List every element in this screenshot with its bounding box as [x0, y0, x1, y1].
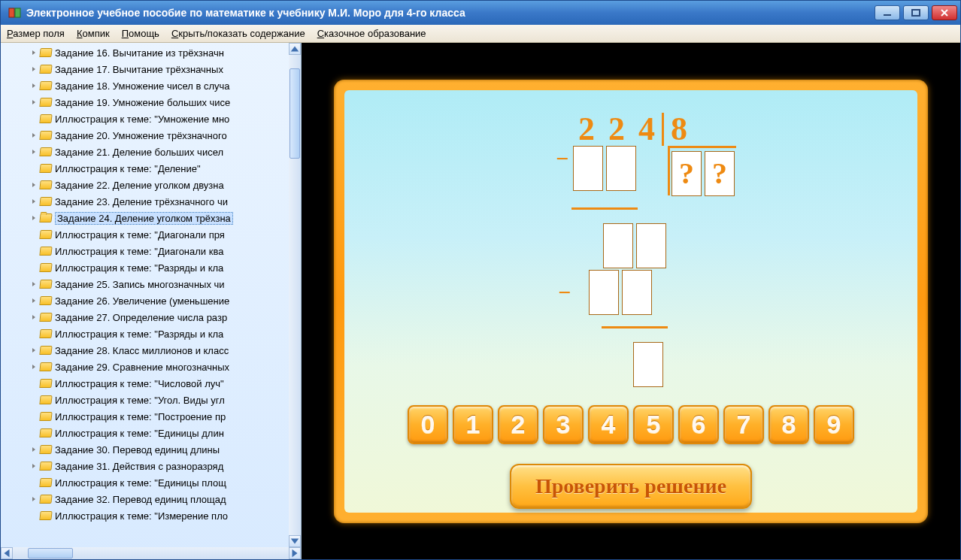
folder-icon — [39, 65, 52, 74]
numpad-8[interactable]: 8 — [768, 405, 809, 444]
menu-fairy-edu[interactable]: Сказочное образование — [317, 28, 426, 39]
tree-item[interactable]: Иллюстрация к теме: "Единицы длин — [23, 425, 301, 441]
numpad-9[interactable]: 9 — [814, 405, 854, 444]
scroll-down-button[interactable] — [289, 535, 301, 547]
tree-expand-arrow[interactable] — [29, 346, 38, 355]
tree-expand-arrow — [29, 164, 38, 173]
tree-item-label: Задание 18. Умножение чисел в случа — [55, 80, 230, 92]
numpad-6[interactable]: 6 — [678, 405, 719, 444]
tree-item[interactable]: Иллюстрация к теме: "Угол. Виды угл — [23, 392, 301, 408]
tree-vscrollbar[interactable] — [289, 43, 301, 547]
final-remainder-box[interactable] — [633, 342, 663, 387]
scroll-up-button[interactable] — [289, 43, 301, 55]
numpad-7[interactable]: 7 — [723, 405, 764, 444]
close-button[interactable] — [932, 5, 957, 20]
tree-item-label: Задание 16. Вычитание из трёхзначн — [55, 47, 224, 59]
numpad-0[interactable]: 0 — [408, 405, 448, 444]
tree-expand-arrow[interactable] — [29, 197, 38, 206]
tree-expand-arrow[interactable] — [29, 81, 38, 90]
tree-item-label: Иллюстрация к теме: "Деление" — [55, 163, 201, 174]
tree-expand-arrow[interactable] — [29, 98, 38, 107]
tree-item[interactable]: Иллюстрация к теме: "Разряды и кла — [23, 325, 301, 342]
menu-toggle-toc[interactable]: Скрыть/показать содержание — [171, 28, 305, 39]
tree-expand-arrow[interactable] — [29, 131, 38, 140]
tree-expand-arrow[interactable] — [29, 147, 38, 156]
menu-field-size[interactable]: Размер поля — [7, 28, 65, 39]
tree-expand-arrow[interactable] — [29, 495, 38, 504]
tree-item[interactable]: Иллюстрация к теме: "Диагонали пря — [23, 226, 301, 243]
tree-item[interactable]: Задание 25. Запись многозначных чи — [23, 276, 301, 292]
sidebar: Задание 16. Вычитание из трёхзначнЗадани… — [1, 43, 302, 559]
tree-expand-arrow — [29, 230, 38, 239]
hscroll-track[interactable] — [13, 547, 289, 559]
tree-item[interactable]: Иллюстрация к теме: "Умножение мно — [23, 110, 301, 127]
tree-expand-arrow[interactable] — [29, 362, 38, 371]
tree-expand-arrow[interactable] — [29, 445, 38, 454]
tree-item-label: Задание 17. Вычитание трёхзначных — [55, 64, 223, 75]
numpad-3[interactable]: 3 — [543, 405, 584, 444]
tree-item-label: Иллюстрация к теме: "Разряды и кла — [55, 328, 223, 340]
maximize-button[interactable] — [903, 5, 929, 20]
tree-item[interactable]: Иллюстрация к теме: "Измерение пло — [23, 507, 301, 524]
tree-expand-arrow — [29, 412, 38, 421]
tree-expand-arrow[interactable] — [29, 48, 38, 57]
tree-item[interactable]: Иллюстрация к теме: "Числовой луч" — [23, 375, 301, 392]
tree-item[interactable]: Задание 23. Деление трёхзначного чи — [23, 193, 301, 210]
tree-item[interactable]: Задание 16. Вычитание из трёхзначн — [23, 44, 301, 61]
tree-expand-arrow[interactable] — [29, 280, 38, 289]
tree-expand-arrow[interactable] — [29, 65, 38, 74]
folder-icon — [39, 379, 52, 388]
tree-item[interactable]: Задание 26. Увеличение (уменьшение — [23, 292, 301, 309]
quotient-box-1[interactable]: ? — [671, 151, 702, 196]
tree-expand-arrow[interactable] — [29, 313, 38, 322]
tree-item[interactable]: Задание 19. Умножение больших чисе — [23, 94, 301, 110]
tree-expand-arrow[interactable] — [29, 462, 38, 471]
step2-product-box-1[interactable] — [589, 270, 619, 315]
minimize-button[interactable] — [875, 5, 900, 20]
tree-hscrollbar[interactable] — [1, 547, 301, 559]
step2-remainder-box-1[interactable] — [603, 223, 633, 268]
step1-box-1[interactable] — [573, 146, 603, 191]
tree-item[interactable]: Задание 32. Перевод единиц площад — [23, 491, 301, 507]
tree-item-label: Иллюстрация к теме: "Диагонали пря — [55, 229, 225, 241]
tree-item[interactable]: Задание 20. Умножение трёхзначного — [23, 127, 301, 144]
menu-help[interactable]: Помощь — [122, 28, 159, 39]
tree-item[interactable]: Задание 31. Действия с разноразряд — [23, 458, 301, 474]
main-area: − 2 2 4 8 − — [302, 43, 960, 559]
tree-item[interactable]: Иллюстрация к теме: "Деление" — [23, 160, 301, 177]
step2-remainder-box-2[interactable] — [636, 223, 666, 268]
tree-item[interactable]: Задание 24. Деление уголком трёхзна — [23, 210, 301, 226]
tree-item[interactable]: Иллюстрация к теме: "Единицы площ — [23, 474, 301, 491]
tree-item[interactable]: Задание 21. Деление больших чисел — [23, 144, 301, 160]
tree-expand-arrow[interactable] — [29, 296, 38, 305]
tree-item[interactable]: Задание 30. Перевод единиц длины — [23, 441, 301, 458]
tree-expand-arrow[interactable] — [29, 180, 38, 189]
numpad-4[interactable]: 4 — [588, 405, 629, 444]
step2-underline — [602, 326, 668, 328]
tree-item[interactable]: Задание 18. Умножение чисел в случа — [23, 77, 301, 94]
vscroll-thumb[interactable] — [290, 68, 300, 159]
tree-item[interactable]: Иллюстрация к теме: "Диагонали ква — [23, 243, 301, 259]
tree-item[interactable]: Задание 22. Деление уголком двузна — [23, 177, 301, 193]
tree-item[interactable]: Задание 27. Определение числа разр — [23, 309, 301, 325]
hscroll-thumb[interactable] — [28, 548, 73, 558]
tree-item[interactable]: Задание 17. Вычитание трёхзначных — [23, 61, 301, 77]
quotient-box-2[interactable]: ? — [705, 151, 735, 196]
tree-item[interactable]: Задание 29. Сравнение многозначных — [23, 359, 301, 375]
numpad: 0123456789 — [408, 405, 854, 444]
tree-item[interactable]: Иллюстрация к теме: "Построение пр — [23, 408, 301, 425]
numpad-2[interactable]: 2 — [498, 405, 538, 444]
numpad-1[interactable]: 1 — [453, 405, 493, 444]
vscroll-track[interactable] — [289, 55, 301, 535]
menu-kompik[interactable]: Компик — [77, 28, 110, 39]
check-solution-button[interactable]: Проверить решение — [510, 464, 752, 509]
scroll-right-button[interactable] — [289, 547, 301, 559]
folder-icon — [39, 395, 52, 404]
scroll-left-button[interactable] — [1, 547, 13, 559]
tree-item[interactable]: Задание 28. Класс миллионов и класс — [23, 342, 301, 359]
step1-box-2[interactable] — [606, 146, 636, 191]
step2-product-box-2[interactable] — [622, 270, 652, 315]
tree-item[interactable]: Иллюстрация к теме: "Разряды и кла — [23, 259, 301, 276]
numpad-5[interactable]: 5 — [633, 405, 674, 444]
tree-expand-arrow[interactable] — [29, 213, 38, 222]
